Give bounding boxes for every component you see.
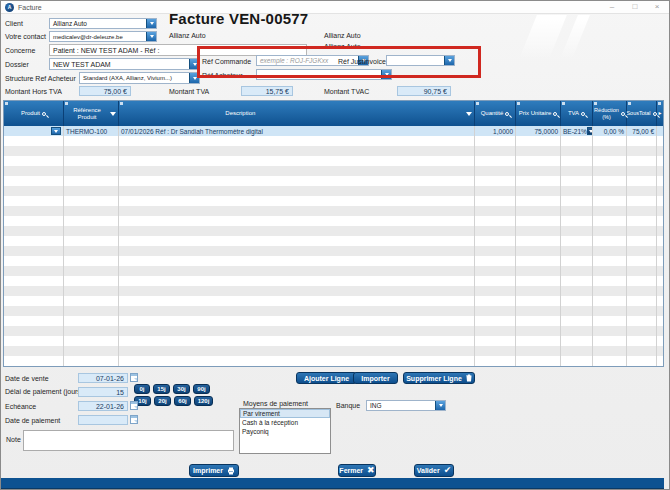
imprimer-button[interactable]: Imprimer <box>189 464 239 477</box>
table-row[interactable] <box>4 336 663 346</box>
banque-dropdown-button[interactable] <box>435 401 445 410</box>
importer-button[interactable]: Importer <box>353 372 398 384</box>
column-header-description[interactable]: Description <box>119 101 475 126</box>
delai-paiement-input[interactable]: 15 <box>78 387 128 397</box>
ref-justinvoice-dropdown-button[interactable] <box>444 56 454 65</box>
table-cell <box>516 136 561 146</box>
delai-60j-button[interactable]: 60j <box>174 396 191 406</box>
produit-dropdown-button[interactable] <box>51 127 61 135</box>
column-header-prix-unitaire[interactable]: Prix Unitaire <box>516 101 561 126</box>
table-cell <box>593 196 627 206</box>
table-row[interactable] <box>4 216 663 226</box>
contact-dropdown-button[interactable] <box>146 32 156 41</box>
moyens-option-cash[interactable]: Cash à la réception <box>240 418 330 427</box>
table-row[interactable] <box>4 246 663 256</box>
table-row[interactable] <box>4 156 663 166</box>
table-row[interactable] <box>4 266 663 276</box>
table-row[interactable] <box>4 316 663 326</box>
column-header-quantite[interactable]: Quantité <box>475 101 516 126</box>
date-vente-input[interactable]: 07-01-26 <box>78 373 128 383</box>
ref-justinvoice-select[interactable] <box>386 55 455 66</box>
valider-button[interactable]: Valider ✔ <box>414 464 454 477</box>
description-cell[interactable]: 07/01/2026 Réf : Dr Sandiah Thermomètre … <box>119 126 475 136</box>
moyens-option-par-virement[interactable]: Par virement <box>240 409 330 418</box>
delai-30j-button[interactable]: 30j <box>173 384 190 394</box>
table-row[interactable] <box>4 146 663 156</box>
table-row[interactable] <box>4 276 663 286</box>
produit-cell[interactable] <box>4 126 64 136</box>
moyens-option-payconiq[interactable]: Payconiq <box>240 427 330 436</box>
structure-dropdown-button[interactable] <box>189 73 199 83</box>
calendar-icon[interactable] <box>130 401 138 410</box>
structure-ref-select[interactable]: Standard (AXA, Allianz, Vivium...) <box>79 72 200 84</box>
note-textarea[interactable] <box>23 430 234 451</box>
dossier-dropdown-button[interactable] <box>189 59 199 69</box>
table-row[interactable] <box>4 196 663 206</box>
column-header-tva[interactable]: TVA <box>561 101 593 126</box>
delai-15j-button[interactable]: 15j <box>153 384 170 394</box>
client-select[interactable]: Allianz Auto <box>49 18 157 29</box>
ref-acheteur-select[interactable] <box>256 69 392 80</box>
table-row[interactable] <box>4 296 663 306</box>
table-row[interactable] <box>4 186 663 196</box>
table-row[interactable] <box>4 166 663 176</box>
window-title: Facture <box>18 4 42 11</box>
delai-120j-button[interactable]: 120j <box>194 396 213 406</box>
table-cell <box>657 356 663 366</box>
column-label: Quantité <box>481 110 504 117</box>
table-cell <box>561 196 593 206</box>
contact-select[interactable]: medicalev@dr-deleuze.be <box>49 31 157 42</box>
table-row-selected[interactable]: THERMO-100 07/01/2026 Réf : Dr Sandiah T… <box>4 126 663 136</box>
date-paiement-input[interactable] <box>78 415 128 425</box>
table-row[interactable] <box>4 326 663 336</box>
table-cell <box>561 206 593 216</box>
table-row[interactable] <box>4 346 663 356</box>
dossier-value: NEW TEST ADAM <box>53 61 111 68</box>
banque-select[interactable]: ING <box>366 400 446 411</box>
supprimer-ligne-button[interactable]: Supprimer Ligne <box>403 372 475 384</box>
prix-unitaire-cell[interactable]: 75,0000 <box>516 126 561 136</box>
reference-cell[interactable]: THERMO-100 <box>64 126 119 136</box>
column-header-reference-produit[interactable]: Référence Produit <box>64 101 119 126</box>
table-row[interactable] <box>4 136 663 146</box>
ref-acheteur-dropdown-button[interactable] <box>381 70 391 79</box>
quantite-cell[interactable]: 1,0000 <box>475 126 516 136</box>
table-row[interactable] <box>4 176 663 186</box>
column-header-produit[interactable]: Produit <box>4 101 64 126</box>
delai-20j-button[interactable]: 20j <box>154 396 171 406</box>
table-cell <box>119 246 475 256</box>
table-cell <box>64 296 119 306</box>
table-row[interactable] <box>4 256 663 266</box>
next-column-icon[interactable]: ▸ <box>657 101 663 126</box>
table-cell <box>627 156 657 166</box>
table-row[interactable] <box>4 286 663 296</box>
table-row[interactable] <box>4 306 663 316</box>
trash-icon <box>466 374 472 382</box>
table-cell <box>475 346 516 356</box>
tva-cell[interactable]: BE-21% <box>561 126 593 136</box>
minimize-icon[interactable]: – <box>605 2 619 11</box>
column-header-soustotal[interactable]: SousTotal <box>627 101 657 126</box>
table-cell <box>657 186 663 196</box>
table-cell <box>627 226 657 236</box>
reduction-cell[interactable]: 0,00 % <box>593 126 627 136</box>
table-cell <box>657 156 663 166</box>
echeance-input[interactable]: 22-01-26 <box>78 401 128 411</box>
fermer-button[interactable]: Fermer ✖ <box>338 464 376 477</box>
table-cell <box>593 356 627 366</box>
close-icon[interactable]: × <box>650 2 664 11</box>
table-row[interactable] <box>4 236 663 246</box>
client-dropdown-button[interactable] <box>146 19 156 28</box>
soustotal-cell[interactable]: 75,00 € <box>627 126 657 136</box>
column-header-reduction[interactable]: Réduction (%) <box>593 101 627 126</box>
calendar-icon[interactable] <box>130 415 138 424</box>
calendar-icon[interactable] <box>130 373 138 382</box>
dossier-select[interactable]: NEW TEST ADAM <box>49 58 200 70</box>
table-row[interactable] <box>4 226 663 236</box>
maximize-icon[interactable]: □ <box>628 2 642 11</box>
table-row[interactable] <box>4 206 663 216</box>
table-row[interactable] <box>4 356 663 366</box>
ajouter-ligne-button[interactable]: Ajouter Ligne <box>296 372 357 384</box>
delai-0j-button[interactable]: 0j <box>134 384 150 394</box>
delai-90j-button[interactable]: 90j <box>193 384 210 394</box>
